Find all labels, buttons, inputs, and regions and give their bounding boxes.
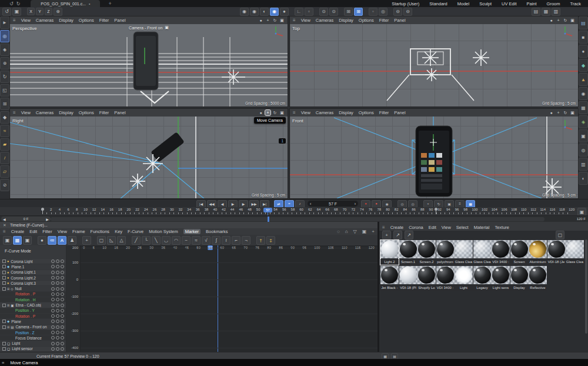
track-toggle-icon[interactable] (51, 276, 55, 280)
dopesheet-mode-icon[interactable]: ▣ (3, 236, 12, 245)
list-view-icon[interactable]: ▤ (391, 353, 398, 360)
workplane-mode-icon[interactable]: ◉ (270, 8, 279, 16)
material-tile[interactable]: Shopify Lo (417, 266, 436, 291)
material-menu-edit[interactable]: Edit (429, 225, 436, 230)
timeline-menu-frame[interactable]: Frame (72, 229, 85, 234)
expand-icon[interactable]: ⊞ (7, 325, 9, 329)
material-tile[interactable]: Reflective (529, 266, 547, 291)
track-checkbox[interactable] (2, 271, 6, 274)
track-toggle-icon[interactable] (61, 304, 64, 307)
prev-frame-button[interactable]: ◀ (218, 200, 227, 208)
viewport-menu-cameras[interactable]: Cameras (316, 18, 333, 23)
track-toggle-icon[interactable] (61, 271, 64, 274)
track-toggle-icon[interactable] (61, 281, 64, 285)
disable-tool-icon[interactable]: ⊘ (0, 179, 9, 191)
timeline-menu-motion-system[interactable]: Motion System (149, 229, 178, 234)
goto-start-button[interactable]: |◀ (196, 200, 206, 208)
status-menu-icon[interactable]: ≡ (2, 360, 4, 365)
record-param-icon[interactable]: ↻ (434, 200, 443, 208)
track-toggle-icon[interactable] (61, 331, 64, 334)
delete-key-icon[interactable]: ‡ (266, 236, 275, 245)
track-row[interactable]: ●Corona Light.1 (0, 270, 66, 275)
knife-tool-icon[interactable]: / (0, 152, 9, 164)
material-tile[interactable]: VDI 3400 : (492, 240, 510, 265)
material-menu-view[interactable]: View (442, 225, 451, 230)
viewport-menu-panel[interactable]: Panel (394, 110, 405, 115)
project-cube-icon[interactable]: ▣ (12, 8, 21, 16)
rotate-view-icon[interactable]: ↻ (272, 110, 278, 115)
maximize-view-icon[interactable]: ▣ (279, 110, 285, 115)
material-tile[interactable]: Light (455, 266, 473, 291)
track-row[interactable]: ▢Light sensor (0, 347, 66, 352)
track-checkbox[interactable] (2, 265, 6, 268)
material-tile[interactable]: VDI-18 (Je (547, 240, 566, 265)
move-view-icon[interactable]: + (556, 18, 561, 23)
frame-increment-icon[interactable]: › (355, 202, 356, 206)
track-row[interactable]: ●Corona Light.3 (0, 281, 66, 286)
material-tile[interactable]: Aluminium (529, 240, 547, 265)
record-keyframe-icon[interactable]: ● (361, 200, 370, 208)
cube-primitive-icon[interactable]: ■ (579, 31, 588, 44)
track-row[interactable]: Rotation . P (0, 292, 66, 297)
fcurve-graph[interactable]: 0510152025303540455055606570758085909510… (80, 245, 377, 352)
axis-x-button[interactable]: X (27, 8, 35, 15)
goto-end-button[interactable]: ▶| (260, 200, 269, 208)
region-tool-icon[interactable]: ▢ (97, 236, 106, 245)
record-pla-icon[interactable]: ▣ (445, 200, 454, 208)
track-toggle-icon[interactable] (56, 314, 59, 318)
track-row[interactable]: Rotation . P (0, 314, 66, 319)
shaded-view-icon[interactable]: ● (258, 18, 263, 23)
autokey-icon[interactable]: ● (372, 200, 381, 208)
layout-tab-uv-edit[interactable]: UV Edit (502, 1, 516, 6)
viewport-menu-icon[interactable]: ≡ (293, 110, 296, 115)
sound-icon[interactable]: ♪ (295, 200, 305, 208)
track-toggle-icon[interactable] (56, 347, 59, 351)
play-button[interactable]: ▶ (228, 200, 238, 208)
track-toggle-icon[interactable] (56, 304, 59, 307)
track-toggle-icon[interactable] (51, 292, 55, 296)
quantize-icon[interactable]: ◦ (369, 8, 377, 16)
material-tile[interactable]: Jet Black - (380, 266, 399, 291)
track-row[interactable]: Focus Distance (0, 335, 66, 341)
viewport-menu-cameras[interactable]: Cameras (36, 18, 54, 23)
axis-y-button[interactable]: Y (36, 8, 44, 15)
material-tile[interactable]: Light.2 (380, 240, 399, 265)
track-toggle-icon[interactable] (61, 320, 64, 323)
axis-z-button[interactable]: Z (45, 8, 52, 15)
track-toggle-icon[interactable] (61, 259, 64, 263)
timeline-marker-pin[interactable] (41, 208, 44, 211)
track-checkbox[interactable] (2, 320, 6, 323)
render-panel-icon[interactable]: ◐ (579, 172, 588, 185)
timeline-menu-create[interactable]: Create (11, 229, 25, 234)
track-toggle-icon[interactable] (61, 292, 64, 296)
timeline-titlebar[interactable]: ✕ Timeline (F-Curve)... (0, 222, 377, 228)
rotate-tool-icon[interactable]: ↻ (0, 71, 9, 83)
track-toggle-icon[interactable] (56, 276, 59, 280)
weighted-tangent-icon[interactable]: ⌐ (232, 236, 240, 245)
deformer-icon[interactable]: ◉ (579, 87, 588, 100)
viewport-menu-filter[interactable]: Filter (379, 18, 389, 23)
keyframe-presets-icon[interactable]: ≡ (455, 200, 465, 208)
sculpt-brush-icon[interactable]: ▰ (0, 138, 9, 151)
track-toggle-icon[interactable] (51, 309, 55, 312)
track-checkbox[interactable] (2, 342, 6, 345)
viewport-menu-filter[interactable]: Filter (99, 18, 109, 23)
track-toggle-icon[interactable] (51, 281, 55, 285)
scale-tool-icon[interactable]: ◱ (0, 84, 9, 97)
track-checkbox[interactable] (2, 287, 6, 291)
add-key-icon[interactable]: † (256, 236, 265, 245)
range-left-arrow-icon[interactable]: ◀ (3, 217, 6, 221)
viewport-menu-panel[interactable]: Panel (394, 18, 405, 23)
next-frame-button[interactable]: ▶ (239, 200, 248, 208)
zero-angle-icon[interactable]: √ (202, 236, 211, 245)
volume-icon[interactable]: ◈ (579, 115, 588, 128)
track-toggle-icon[interactable] (56, 331, 59, 334)
material-scrollbar[interactable] (585, 239, 587, 334)
track-row[interactable]: Position . Y (0, 308, 66, 314)
track-toggle-icon[interactable] (56, 320, 59, 323)
pen-panel-icon[interactable]: ▤ (579, 16, 588, 29)
layout-tab-track[interactable]: Track (570, 1, 581, 6)
ripple-edit-icon[interactable]: △ (117, 236, 126, 245)
playhead-marker[interactable]: 57 (263, 208, 272, 212)
field-icon[interactable]: ▣ (579, 129, 588, 142)
